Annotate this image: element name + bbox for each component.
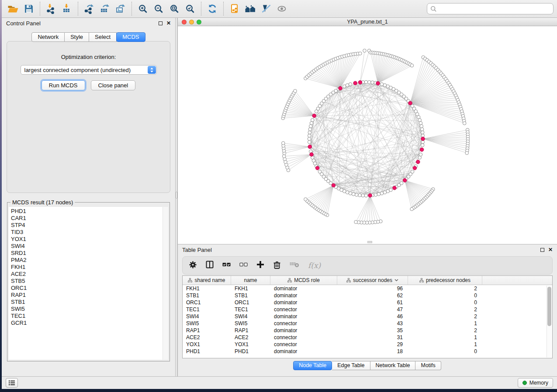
network-node[interactable] <box>410 64 414 67</box>
network-node[interactable] <box>380 192 384 195</box>
float-panel-icon[interactable] <box>540 248 544 252</box>
mcds-result-item[interactable]: STP4 <box>11 222 168 229</box>
network-node[interactable] <box>281 141 285 145</box>
table-row[interactable]: YOX1YOX1connector291 <box>183 341 552 348</box>
mcds-result-item[interactable]: ORC1 <box>11 285 168 292</box>
column-header-successor-nodes[interactable]: successor nodes <box>337 276 408 285</box>
import-table-button[interactable] <box>59 1 75 16</box>
table-cell[interactable]: 2 <box>408 285 482 292</box>
mcds-result-item[interactable]: TID3 <box>11 229 168 236</box>
table-cell[interactable]: connector <box>270 334 337 340</box>
table-cell[interactable]: dominator <box>270 348 337 354</box>
network-node[interactable] <box>420 127 424 131</box>
network-node[interactable] <box>349 83 352 86</box>
network-node[interactable] <box>358 193 362 197</box>
table-cell[interactable]: 46 <box>337 313 408 320</box>
table-cell[interactable]: connector <box>270 306 337 313</box>
tab-motifs[interactable]: Motifs <box>415 361 441 370</box>
open-file-button[interactable] <box>5 1 21 16</box>
table-cell[interactable]: dominator <box>270 327 337 334</box>
network-node[interactable] <box>308 134 311 138</box>
table-cell[interactable]: 43 <box>337 320 408 327</box>
cybrowser-button[interactable] <box>242 1 258 16</box>
close-panel-button[interactable]: Close panel <box>91 80 136 90</box>
mcds-node[interactable] <box>416 160 420 164</box>
column-header-shared-name[interactable]: shared name <box>183 276 231 285</box>
table-row[interactable]: SWI4SWI4dominator462 <box>183 313 552 320</box>
mcds-node[interactable] <box>353 81 357 85</box>
column-header-name[interactable]: name <box>231 276 270 285</box>
network-node[interactable] <box>308 131 311 134</box>
network-node[interactable] <box>418 118 422 122</box>
memory-button[interactable]: Memory <box>518 378 553 388</box>
network-node[interactable] <box>318 170 322 173</box>
refresh-layout-button[interactable] <box>204 1 220 16</box>
network-node[interactable] <box>309 124 312 128</box>
export-network-button[interactable] <box>81 1 97 16</box>
minimize-window-icon[interactable] <box>189 20 194 24</box>
table-cell[interactable]: dominator <box>270 313 337 320</box>
network-node[interactable] <box>377 193 381 196</box>
table-cell[interactable]: SWI4 <box>183 313 231 320</box>
network-node[interactable] <box>418 156 422 159</box>
search-input[interactable] <box>439 6 550 12</box>
network-node[interactable] <box>421 144 424 147</box>
table-cell[interactable]: TEC1 <box>231 306 270 313</box>
table-cell[interactable]: 0 <box>408 348 482 354</box>
column-header-mcds-role[interactable]: MCDS role <box>270 276 337 285</box>
table-cell[interactable]: SWI5 <box>183 320 231 327</box>
network-from-selection-button[interactable] <box>227 1 242 16</box>
table-cell[interactable]: 1 <box>408 341 482 347</box>
network-node[interactable] <box>465 151 469 155</box>
export-table-button[interactable] <box>97 1 113 16</box>
network-node[interactable] <box>410 207 414 211</box>
mcds-result-item[interactable]: SWI5 <box>11 306 168 313</box>
mcds-node[interactable] <box>310 153 314 157</box>
table-cell[interactable]: ORC1 <box>231 299 270 306</box>
table-cell[interactable]: RAP1 <box>183 327 231 334</box>
table-cell[interactable]: TEC1 <box>183 306 231 313</box>
tab-mcds[interactable]: MCDS <box>116 32 145 42</box>
table-cell[interactable]: FKH1 <box>183 285 231 292</box>
network-node[interactable] <box>304 198 308 201</box>
save-session-button[interactable] <box>21 1 37 16</box>
table-cell[interactable]: FKH1 <box>231 285 270 292</box>
table-row[interactable]: ACE2ACE2connector311 <box>183 334 552 341</box>
table-cell[interactable]: ACE2 <box>231 334 270 340</box>
table-cell[interactable]: 0 <box>408 292 482 299</box>
network-node[interactable] <box>374 193 377 196</box>
table-cell[interactable]: SWI4 <box>231 313 270 320</box>
network-node[interactable] <box>310 121 313 125</box>
network-node[interactable] <box>421 131 424 134</box>
network-node[interactable] <box>311 118 314 122</box>
task-history-button[interactable] <box>6 378 18 388</box>
network-node[interactable] <box>352 193 355 196</box>
float-panel-icon[interactable] <box>159 21 163 25</box>
mcds-result-item[interactable]: STB5 <box>11 278 168 285</box>
table-cell[interactable]: 62 <box>337 292 408 299</box>
mcds-result-item[interactable]: RAP1 <box>11 292 168 299</box>
network-node[interactable] <box>371 81 374 84</box>
close-panel-icon[interactable]: ✕ <box>548 247 553 252</box>
table-cell[interactable]: 18 <box>337 348 408 354</box>
network-node[interactable] <box>308 127 312 131</box>
table-cell[interactable]: RAP1 <box>231 327 270 334</box>
add-button[interactable] <box>256 261 264 270</box>
delete-button[interactable] <box>273 261 281 271</box>
tab-network[interactable]: Network <box>31 32 65 42</box>
split-view-button[interactable] <box>206 261 214 270</box>
function-builder-button[interactable]: f(x) <box>308 261 321 270</box>
table-row[interactable]: STB1STB1dominator620 <box>183 292 552 299</box>
table-cell[interactable]: 1 <box>408 320 482 327</box>
table-cell[interactable]: 61 <box>337 299 408 306</box>
mcds-result-item[interactable]: TEC1 <box>11 313 168 320</box>
mcds-node[interactable] <box>312 114 316 118</box>
table-cell[interactable]: YOX1 <box>183 341 231 347</box>
table-cell[interactable]: connector <box>270 320 337 327</box>
network-node[interactable] <box>308 140 311 144</box>
network-node[interactable] <box>367 80 371 84</box>
table-cell[interactable]: 2 <box>408 306 482 313</box>
table-row[interactable]: PHD1PHD1dominator180 <box>183 348 552 355</box>
table-row[interactable]: ORC1ORC1dominator610 <box>183 299 552 306</box>
table-scrollbar-thumb[interactable] <box>547 287 551 326</box>
